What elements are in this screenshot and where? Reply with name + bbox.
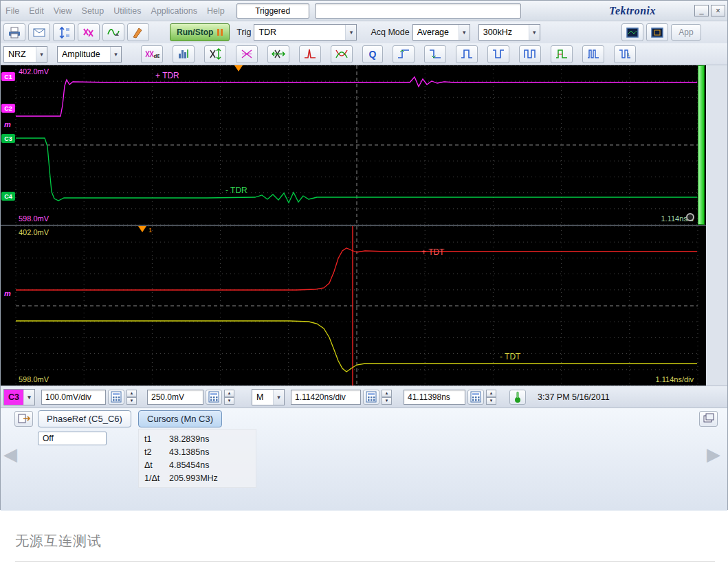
vertical-arrows-icon[interactable]	[53, 23, 75, 41]
measure-category-select[interactable]: Amplitude▾	[57, 46, 122, 63]
chevron-down-icon: ▾	[529, 25, 540, 40]
nrz-pattern-icon[interactable]: L	[614, 45, 636, 63]
horizontal-scale-keypad-button[interactable]	[363, 390, 379, 405]
gain-db-icon[interactable]: dB	[141, 45, 163, 63]
histogram-icon[interactable]	[173, 45, 195, 63]
q-measurement-button[interactable]: Q	[362, 45, 383, 63]
burst-icon[interactable]	[582, 45, 604, 63]
pos-pulse-icon[interactable]	[456, 45, 478, 63]
export-icon[interactable]	[28, 23, 50, 41]
cursor-readout-value: 43.1385ns	[169, 447, 209, 457]
timebase-select[interactable]: M▾	[252, 389, 285, 405]
vertical-scale-bar[interactable]	[698, 65, 705, 225]
temperature-icon[interactable]	[509, 390, 526, 405]
scope-app-window: FileEditViewSetupUtilitiesApplicationsHe…	[0, 0, 728, 510]
dark-level-icon[interactable]	[299, 45, 321, 63]
menu-file[interactable]: File	[1, 6, 24, 16]
horizontal-position-spin-up[interactable]: ▲	[486, 390, 496, 397]
horizontal-position-spinner[interactable]: ▲▼	[486, 390, 496, 405]
app-button[interactable]: App	[671, 24, 701, 41]
vertical-scale-spin-down[interactable]: ▼	[126, 397, 137, 405]
menu-help[interactable]: Help	[202, 6, 230, 16]
horizontal-position-spin-down[interactable]: ▼	[486, 397, 496, 405]
acq-rate-select-value: 300kHz	[483, 27, 512, 37]
neg-pulse-icon[interactable]	[487, 45, 509, 63]
channel-marker-c2[interactable]: C2	[1, 104, 15, 113]
vertical-scale-spinner[interactable]: ▲▼	[126, 390, 137, 405]
cursor-readout-value: 38.2839ns	[169, 434, 209, 444]
vertical-scale-keypad-button[interactable]	[108, 390, 124, 405]
zoom-window-icon[interactable]	[646, 23, 668, 41]
tab-cursors[interactable]: Cursors (Mn C3)	[138, 410, 222, 427]
channel-select[interactable]: C3▾	[3, 389, 35, 405]
screen-capture-icon[interactable]	[621, 23, 643, 41]
cursor-readouts: t138.2839nst243.1385nsΔt4.85454ns1/Δt205…	[138, 429, 256, 488]
trigger-source-select[interactable]: TDR▾	[254, 24, 357, 41]
bottom-panel: PhaseRef (C5_C6) Cursors (Mn C3) Off t13…	[1, 408, 727, 511]
clear-measure-icon[interactable]	[78, 23, 100, 41]
trigger-status: Triggered	[236, 3, 309, 19]
trigger-source-select-value: TDR	[258, 27, 276, 37]
menu-edit[interactable]: Edit	[24, 6, 49, 16]
math-waveform-icon[interactable]	[102, 23, 124, 41]
close-button[interactable]: ×	[711, 5, 725, 16]
chevron-down-icon: ▾	[273, 390, 284, 405]
svg-text:402.0mV: 402.0mV	[19, 67, 49, 76]
brush-icon[interactable]	[127, 23, 149, 41]
panel-right-arrow[interactable]: ▶	[707, 444, 720, 465]
fall-step-icon[interactable]	[424, 45, 446, 63]
minimize-button[interactable]: _	[694, 5, 709, 16]
horizontal-scale-spin-up[interactable]: ▲	[382, 390, 392, 397]
channel-marker-c3[interactable]: C3	[1, 134, 15, 143]
duty-cycle-icon[interactable]	[551, 45, 573, 63]
svg-text:1.114ns/div: 1.114ns/div	[656, 375, 694, 383]
print-icon[interactable]	[3, 23, 25, 41]
autoscale-vertical-icon[interactable]	[204, 45, 226, 63]
svg-text:1: 1	[148, 227, 152, 234]
message-box	[315, 3, 521, 19]
cursor-readout-value: 205.993MHz	[169, 473, 218, 483]
scale-knob-icon[interactable]	[686, 213, 694, 221]
acq-mode-select[interactable]: Average▾	[412, 24, 470, 41]
chevron-down-icon: ▾	[36, 47, 47, 62]
horizontal-position-keypad-button[interactable]	[467, 390, 484, 405]
caption-rule	[15, 561, 715, 562]
tab-phaseref[interactable]: PhaseRef (C5_C6)	[38, 410, 131, 427]
horizontal-scale-spin-down[interactable]: ▼	[382, 397, 392, 405]
panel-export-icon[interactable]	[14, 411, 33, 427]
phaseref-off-button[interactable]: Off	[38, 432, 107, 445]
menu-applications[interactable]: Applications	[146, 6, 202, 16]
panel-left-arrow[interactable]: ◀	[3, 444, 17, 465]
vertical-offset-spin-down[interactable]: ▼	[224, 397, 234, 405]
square-wave-icon[interactable]	[519, 45, 541, 63]
menu-utilities[interactable]: Utilities	[109, 6, 146, 16]
horizontal-scale-readout: 1.11420ns/div	[291, 390, 361, 405]
cursor-readout-value: 4.85454ns	[169, 460, 209, 470]
channel-marker-c1[interactable]: C1	[1, 72, 15, 81]
vertical-offset-spin-up[interactable]: ▲	[224, 390, 234, 397]
channel-marker-c4[interactable]: C4	[1, 192, 15, 201]
vertical-offset-spinner[interactable]: ▲▼	[224, 390, 234, 405]
vertical-offset-keypad-button[interactable]	[206, 390, 222, 405]
run-stop-label: Run/Stop	[177, 27, 213, 37]
autoscale-horizontal-icon[interactable]	[267, 45, 289, 63]
horizontal-scale-spinner[interactable]: ▲▼	[382, 390, 392, 405]
chevron-down-icon: ▾	[459, 25, 470, 40]
signal-type-select[interactable]: NRZ▾	[3, 46, 47, 63]
menu-setup[interactable]: Setup	[77, 6, 109, 16]
run-stop-button[interactable]: Run/Stop	[170, 23, 230, 41]
svg-text:- TDT: - TDT	[500, 352, 521, 361]
upper-graticule[interactable]: + TDR- TDR402.0mV598.0mV1.114ns/dC1C2C3C…	[1, 65, 706, 225]
vertical-scale-spin-up[interactable]: ▲	[126, 390, 137, 397]
lower-graticule[interactable]: + TDT- TDT402.0mV598.0mV1.114ns/div1m	[1, 226, 706, 386]
mask-test-icon[interactable]	[236, 45, 258, 63]
acq-rate-select[interactable]: 300kHz▾	[478, 24, 540, 41]
control-bar: C3▾100.0mV/div▲▼250.0mV▲▼M▾1.11420ns/div…	[1, 386, 727, 408]
eye-diagram-icon[interactable]	[331, 45, 353, 63]
panel-window-icon[interactable]	[699, 411, 718, 427]
rise-step-icon[interactable]	[393, 45, 415, 63]
cursor-readout-label: 1/Δt	[144, 473, 169, 483]
menu-view[interactable]: View	[49, 6, 77, 16]
vertical-scale-readout: 100.0mV/div	[41, 390, 106, 405]
svg-text:+ TDR: + TDR	[155, 71, 179, 80]
